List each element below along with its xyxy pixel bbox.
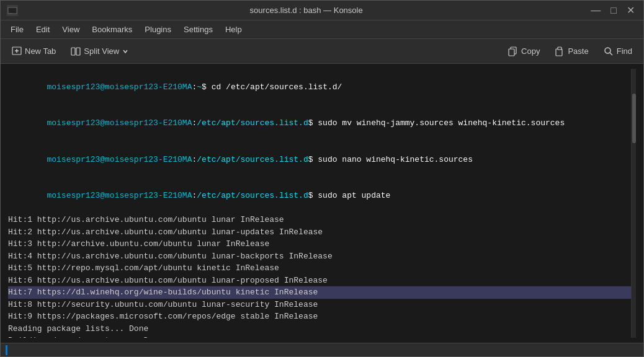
- paste-label: Paste: [568, 46, 588, 56]
- new-tab-label: New Tab: [25, 46, 56, 56]
- terminal-line: Hit:2 http://us.archive.ubuntu.com/ubunt…: [8, 226, 631, 239]
- menu-edit[interactable]: Edit: [31, 22, 55, 37]
- window-title: sources.list.d : bash — Konsole: [24, 6, 588, 15]
- chevron-down-icon: [122, 48, 128, 55]
- split-view-label: Split View: [84, 46, 119, 56]
- terminal-line: Hit:3 http://archive.ubuntu.com/ubuntu l…: [8, 238, 631, 250]
- terminal-line: Hit:9 https://packages.microsoft.com/rep…: [8, 311, 631, 323]
- terminal-line-highlight: Hit:7 https://dl.winehq.org/wine-builds/…: [8, 286, 631, 299]
- menu-file[interactable]: File: [6, 22, 29, 37]
- toolbar: New Tab Split View Copy Pa: [1, 39, 643, 64]
- menu-help[interactable]: Help: [220, 22, 247, 37]
- maximize-button[interactable]: □: [608, 4, 619, 17]
- find-icon: [604, 46, 614, 56]
- svg-rect-7: [76, 48, 80, 55]
- split-view-icon: [71, 46, 81, 56]
- terminal-line: Hit:6 http://us.archive.ubuntu.com/ubunt…: [8, 275, 631, 287]
- menu-settings[interactable]: Settings: [179, 22, 218, 37]
- minimize-button[interactable]: —: [588, 4, 603, 17]
- statusbar: [1, 343, 643, 356]
- svg-line-13: [610, 53, 612, 55]
- terminal-content: moisespr123@moisespr123-E210MA:~$ cd /et…: [8, 69, 631, 338]
- new-tab-icon: [12, 46, 22, 56]
- menu-plugins[interactable]: Plugins: [140, 22, 176, 37]
- svg-rect-10: [556, 49, 562, 56]
- terminal-line: Hit:1 http://us.archive.ubuntu.com/ubunt…: [8, 214, 631, 226]
- copy-label: Copy: [521, 46, 540, 56]
- konsole-window: _ sources.list.d : bash — Konsole — □ ✕ …: [0, 0, 644, 357]
- terminal-line: Hit:4 http://us.archive.ubuntu.com/ubunt…: [8, 250, 631, 263]
- paste-icon: [555, 46, 565, 56]
- menubar: File Edit View Bookmarks Plugins Setting…: [1, 20, 643, 39]
- split-view-button[interactable]: Split View: [65, 43, 135, 60]
- copy-button[interactable]: Copy: [502, 43, 546, 60]
- terminal-line: moisespr123@moisespr123-E210MA:~$ cd /et…: [8, 69, 631, 105]
- terminal-line: moisespr123@moisespr123-E210MA:/etc/apt/…: [8, 105, 631, 142]
- find-button[interactable]: Find: [597, 43, 638, 60]
- svg-point-12: [605, 48, 610, 53]
- terminal-line: Reading package lists... Done: [8, 323, 631, 335]
- scrollbar-thumb[interactable]: [632, 94, 636, 143]
- close-button[interactable]: ✕: [624, 4, 637, 17]
- terminal-line: Hit:8 http://security.ubuntu.com/ubuntu …: [8, 299, 631, 311]
- menu-view[interactable]: View: [57, 22, 84, 37]
- terminal-line: Building dependency tree... Done: [8, 335, 631, 338]
- paste-button[interactable]: Paste: [548, 43, 594, 60]
- scrollbar[interactable]: [631, 69, 636, 338]
- terminal-line: Hit:5 http://repo.mysql.com/apt/ubuntu k…: [8, 262, 631, 275]
- svg-rect-11: [558, 47, 561, 50]
- copy-icon: [508, 46, 518, 56]
- menu-bookmarks[interactable]: Bookmarks: [87, 22, 137, 37]
- new-tab-button[interactable]: New Tab: [6, 43, 62, 60]
- find-label: Find: [617, 46, 632, 56]
- status-indicator: [6, 345, 7, 355]
- svg-rect-6: [71, 48, 75, 55]
- terminal-line: moisespr123@moisespr123-E210MA:/etc/apt/…: [8, 141, 631, 178]
- window-controls: — □ ✕: [588, 4, 637, 17]
- titlebar: _ sources.list.d : bash — Konsole — □ ✕: [1, 1, 643, 20]
- app-icon: _: [7, 5, 18, 16]
- terminal-line: moisespr123@moisespr123-E210MA:/etc/apt/…: [8, 178, 631, 214]
- svg-rect-9: [509, 49, 514, 56]
- terminal-area[interactable]: moisespr123@moisespr123-E210MA:~$ cd /et…: [1, 64, 643, 343]
